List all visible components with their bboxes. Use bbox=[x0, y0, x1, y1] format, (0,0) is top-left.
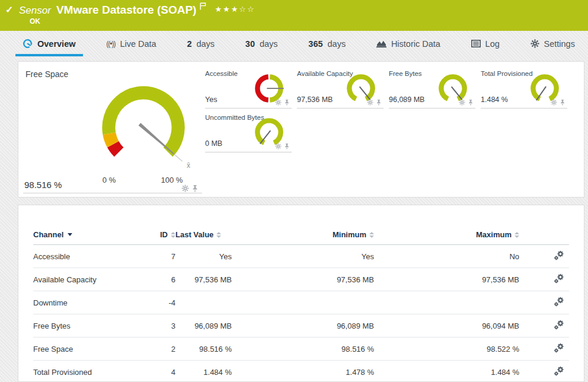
sort-icon bbox=[369, 232, 374, 238]
gauges-panel: Free Space x̄ 0 % 100 % 98.516 % bbox=[18, 61, 584, 198]
channel-settings-icon[interactable] bbox=[554, 297, 564, 307]
tab-overview[interactable]: Overview bbox=[15, 31, 83, 56]
channel-name-cell[interactable]: Free Bytes bbox=[33, 314, 146, 338]
status-badge: OK bbox=[30, 17, 40, 26]
gauge-value: Yes bbox=[205, 95, 217, 104]
gauge-title: Total Provisioned bbox=[481, 70, 533, 77]
gauge-needle bbox=[452, 87, 462, 100]
pin-icon[interactable] bbox=[468, 99, 474, 106]
sort-desc-icon bbox=[68, 233, 72, 236]
tile-icons bbox=[459, 99, 474, 106]
tab-label: Settings bbox=[544, 39, 575, 49]
last-value-cell: 97,536 MB bbox=[175, 268, 232, 291]
gauge-tile-free-space[interactable]: Free Space x̄ 0 % 100 % 98.516 % bbox=[18, 62, 203, 196]
last-value-cell bbox=[175, 291, 232, 314]
column-header-maximum[interactable]: Maximum bbox=[374, 230, 519, 245]
tab-365-days[interactable]: 365 days bbox=[301, 31, 353, 56]
table-row[interactable]: Available Capacity 6 97,536 MB 97,536 MB… bbox=[33, 268, 569, 291]
tile-icons bbox=[367, 99, 382, 106]
tab-number: 365 bbox=[308, 39, 322, 49]
tile-icons bbox=[275, 99, 290, 106]
channel-settings-icon[interactable] bbox=[554, 320, 564, 330]
favorite-flag-icon[interactable] bbox=[200, 2, 206, 12]
channel-table: Channel ID Last Value Minimum Maximum bbox=[33, 230, 569, 382]
sort-icon bbox=[171, 232, 175, 238]
tab-historic-data[interactable]: Historic Data bbox=[369, 31, 448, 56]
channel-id-cell: 3 bbox=[146, 314, 175, 338]
pin-icon[interactable] bbox=[376, 99, 382, 106]
tab-settings[interactable]: Settings bbox=[523, 31, 582, 56]
table-row[interactable]: Free Space 2 98.516 % 98.516 % 98.522 % bbox=[33, 338, 569, 361]
gauge-tile-uncommitted-bytes[interactable]: Uncommitted Bytes 0 MB bbox=[205, 113, 292, 152]
gauge-value: 1.484 % bbox=[481, 95, 508, 104]
channel-name-cell[interactable]: Total Provisioned bbox=[33, 361, 146, 382]
gear-icon[interactable] bbox=[367, 99, 373, 106]
gear-icon[interactable] bbox=[459, 99, 465, 106]
pin-icon[interactable] bbox=[284, 143, 290, 149]
minimum-cell: Yes bbox=[232, 245, 374, 268]
tab-log[interactable]: Log bbox=[464, 31, 507, 56]
gauge-tile-free-bytes[interactable]: Free Bytes 96,089 MB bbox=[389, 69, 475, 109]
gauge-needle bbox=[360, 87, 370, 100]
gauge-tile-available-capacity[interactable]: Available Capacity 97,536 MB bbox=[297, 69, 384, 109]
maximum-cell: No bbox=[374, 245, 519, 268]
tab-bar: Overview ((•)) Live Data 2 days 30 days … bbox=[0, 31, 588, 56]
channel-name-cell[interactable]: Downtime bbox=[33, 291, 146, 314]
minimum-cell: 97,536 MB bbox=[232, 268, 374, 291]
gauge-icon bbox=[23, 39, 33, 49]
status-check-icon: ✓ bbox=[5, 4, 13, 15]
gauge-title: Accessible bbox=[205, 70, 238, 77]
gauge-title: Free Bytes bbox=[389, 70, 422, 77]
gear-icon[interactable] bbox=[275, 99, 282, 106]
priority-stars[interactable]: ★★★☆☆ bbox=[215, 5, 255, 14]
tab-number: 30 bbox=[245, 39, 255, 49]
tab-live-data[interactable]: ((•)) Live Data bbox=[99, 31, 163, 56]
channel-id-cell: 2 bbox=[146, 338, 175, 361]
gauge-scale-max: 100 % bbox=[156, 176, 187, 184]
channel-settings-icon[interactable] bbox=[554, 250, 564, 260]
free-space-gauge bbox=[87, 71, 200, 184]
gauge-scale-min: 0 % bbox=[94, 176, 124, 184]
column-header-id[interactable]: ID bbox=[146, 230, 175, 245]
pin-icon[interactable] bbox=[560, 99, 565, 106]
channel-settings-icon[interactable] bbox=[554, 273, 564, 284]
live-data-icon: ((•)) bbox=[106, 40, 115, 48]
column-header-channel[interactable]: Channel bbox=[33, 230, 146, 245]
column-header-minimum[interactable]: Minimum bbox=[232, 230, 374, 245]
gauge-needle bbox=[536, 87, 546, 100]
gauge-value: 98.516 % bbox=[24, 180, 62, 190]
table-row[interactable]: Free Bytes 3 96,089 MB 96,089 MB 96,094 … bbox=[33, 314, 569, 338]
gear-icon[interactable] bbox=[551, 99, 557, 106]
table-row[interactable]: Total Provisioned 4 1.484 % 1.478 % 1.48… bbox=[33, 361, 569, 382]
gear-icon[interactable] bbox=[275, 143, 282, 149]
historic-data-icon bbox=[376, 39, 386, 48]
gauge-tile-total-provisioned[interactable]: Total Provisioned 1.484 % bbox=[481, 69, 567, 109]
maximum-cell bbox=[374, 291, 519, 314]
gear-icon[interactable] bbox=[181, 184, 189, 192]
gauge-value: 0 MB bbox=[205, 139, 222, 148]
channel-settings-icon[interactable] bbox=[554, 366, 564, 376]
tab-30-days[interactable]: 30 days bbox=[238, 31, 285, 56]
tab-2-days[interactable]: 2 days bbox=[180, 31, 222, 56]
table-row[interactable]: Downtime -4 bbox=[33, 291, 569, 314]
tab-label: days bbox=[328, 39, 346, 49]
table-row[interactable]: Accessible 7 Yes Yes No bbox=[33, 245, 569, 268]
channel-id-cell: 4 bbox=[146, 361, 175, 382]
maximum-cell: 97,536 MB bbox=[374, 268, 519, 291]
channel-id-cell: 7 bbox=[146, 245, 175, 268]
column-header-last-value[interactable]: Last Value bbox=[175, 230, 232, 245]
log-icon bbox=[471, 40, 481, 47]
channel-name-cell[interactable]: Free Space bbox=[33, 338, 146, 361]
pin-icon[interactable] bbox=[191, 184, 199, 192]
table-header-row: Channel ID Last Value Minimum Maximum bbox=[33, 230, 569, 245]
pin-icon[interactable] bbox=[284, 99, 290, 106]
channel-settings-icon[interactable] bbox=[554, 343, 564, 353]
last-value-cell: Yes bbox=[175, 245, 232, 268]
channel-table-panel: Channel ID Last Value Minimum Maximum bbox=[18, 205, 584, 382]
channel-name-cell[interactable]: Accessible bbox=[33, 245, 146, 268]
tab-label: Live Data bbox=[120, 39, 156, 49]
tab-label: Overview bbox=[37, 39, 76, 49]
gauge-tile-accessible[interactable]: Accessible Yes bbox=[205, 69, 292, 109]
channel-name-cell[interactable]: Available Capacity bbox=[33, 268, 146, 291]
gauge-value: 96,089 MB bbox=[389, 95, 424, 104]
